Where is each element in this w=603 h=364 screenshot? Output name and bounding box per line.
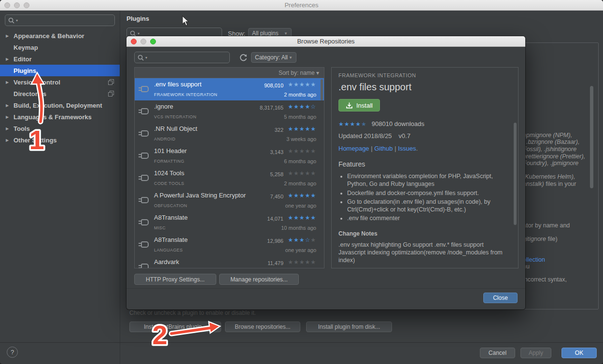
plugin-downloads: 11,479 xyxy=(267,260,283,266)
plugin-downloads: 12,986 xyxy=(267,238,283,244)
expand-arrow-icon: ▶ xyxy=(6,34,14,38)
sidebar-search[interactable]: ▾ xyxy=(5,14,115,26)
browse-repositories-button[interactable]: Browse repositories... xyxy=(225,322,300,332)
plugin-icon xyxy=(141,108,149,114)
plugins-hint-text: Check or uncheck a plugin to enable or d… xyxy=(129,309,256,316)
search-options-caret-icon[interactable]: ▾ xyxy=(16,18,18,23)
plugin-category: OBFUSCATION xyxy=(154,203,187,208)
plugin-list-item[interactable]: 101 HeaderFORMATTING3,143★★★★★6 months a… xyxy=(135,145,324,167)
plugin-category: FORMATTING xyxy=(154,159,184,164)
plugin-downloads: 908,010 xyxy=(264,83,283,88)
plugin-downloads: 3,143 xyxy=(270,149,283,155)
link-separator: | xyxy=(393,145,398,152)
feature-item: Go to declaration(in .env file) and usag… xyxy=(347,198,511,214)
sidebar-item-plugins[interactable]: Plugins xyxy=(0,65,120,76)
sidebar-item-build-execution-deployment[interactable]: ▶Build, Execution, Deployment xyxy=(0,99,120,111)
minimize-window-icon[interactable] xyxy=(140,39,146,44)
detail-scrollbar[interactable] xyxy=(514,123,517,225)
repository-search-input[interactable] xyxy=(149,54,226,61)
background-text-fragment[interactable]: ollection xyxy=(523,256,545,263)
detail-link-homepage[interactable]: Homepage xyxy=(338,145,369,152)
http-proxy-settings-button[interactable]: HTTP Proxy Settings... xyxy=(134,274,216,285)
zoom-window-icon[interactable] xyxy=(150,39,156,44)
plugin-list-item[interactable]: A8TranslateLANGUAGES12,986★★★☆★one year … xyxy=(135,234,324,256)
detail-link-issues[interactable]: Issues xyxy=(398,145,416,152)
plugin-icon xyxy=(141,219,149,225)
plugin-list-item[interactable]: .env files supportFRAMEWORK INTEGRATION9… xyxy=(135,78,324,100)
plugin-list-item[interactable]: 1024 ToolsCODE TOOLS5,258★★★★★2 months a… xyxy=(135,167,324,189)
background-text-fragment: incorrect syntax, xyxy=(523,276,567,283)
description-scrollbar[interactable] xyxy=(590,86,593,188)
search-options-caret-icon[interactable]: ▾ xyxy=(145,56,147,60)
sidebar-item-version-control[interactable]: ▶Version Control xyxy=(0,76,120,88)
manage-repositories-button[interactable]: Manage repositories... xyxy=(219,274,299,285)
expand-arrow-icon: ▶ xyxy=(6,126,14,131)
plugin-category: FRAMEWORK INTEGRATION xyxy=(154,92,217,97)
plugin-name: .ignore xyxy=(154,103,173,110)
detail-plugin-name: .env files support xyxy=(338,82,511,93)
settings-sidebar: ▾ ▶Appearance & BehaviorKeymap▶EditorPlu… xyxy=(0,11,120,364)
chevron-down-icon: ▼ xyxy=(289,56,293,60)
background-text-fragment: npmignore (NPM), xyxy=(523,132,572,139)
list-scrollbar[interactable] xyxy=(321,79,323,100)
sidebar-search-input[interactable] xyxy=(19,17,112,24)
plugin-updated-date: one year ago xyxy=(285,247,316,253)
browse-repositories-dialog: Browse Repositories ▾ Category: All ▼ So… xyxy=(126,36,525,309)
install-jetbrains-plugin-button[interactable]: Install JetBrains plugin... xyxy=(129,322,221,332)
plugin-icon xyxy=(141,153,149,159)
apply-button[interactable]: Apply xyxy=(520,348,551,358)
feature-item: Dockerfile and docker-compose.yml files … xyxy=(347,189,511,197)
plugins-search-input[interactable] xyxy=(141,30,219,37)
sort-header[interactable]: Sort by: name ▾ xyxy=(135,68,324,78)
plugin-list-item[interactable]: .ignoreVCS INTEGRATION8,317,165★★★★☆5 mo… xyxy=(135,100,324,123)
plugin-name: A8Translate xyxy=(154,236,188,243)
plugin-list-item[interactable]: A8TranslateMISC14,071★★★★★10 months ago xyxy=(135,211,324,234)
plugin-name: A8Translate xyxy=(154,214,188,221)
sidebar-item-other-settings[interactable]: ▶Other Settings xyxy=(0,134,120,146)
plugin-name: 1024 Tools xyxy=(154,169,184,177)
star-rating: ★★★★★ xyxy=(338,121,367,127)
detail-version: v0.7 xyxy=(399,132,411,140)
expand-arrow-icon: ▶ xyxy=(6,57,14,61)
feature-item: Environment variables completion for PHP… xyxy=(347,172,511,188)
plugin-downloads: 5,258 xyxy=(270,171,283,177)
minimize-window-icon[interactable] xyxy=(14,2,20,8)
plugin-updated-date: 5 months ago xyxy=(284,114,316,120)
sidebar-item-tools[interactable]: ▶Tools xyxy=(0,123,120,134)
background-text-fragment: Fossil), .jshintignore xyxy=(523,146,576,153)
category-dropdown[interactable]: Category: All ▼ xyxy=(251,52,296,63)
search-icon xyxy=(138,55,144,61)
close-window-icon[interactable] xyxy=(4,2,10,8)
plugin-icon xyxy=(141,130,149,137)
close-button[interactable]: Close xyxy=(483,293,518,303)
refresh-icon[interactable] xyxy=(238,53,248,62)
help-button[interactable]: ? xyxy=(7,347,18,358)
sidebar-item-directories[interactable]: Directories xyxy=(0,88,120,99)
search-options-caret-icon[interactable]: ▾ xyxy=(138,31,140,36)
cancel-button[interactable]: Cancel xyxy=(480,348,515,358)
detail-updated: Updated 2018/8/25 v0.7 xyxy=(338,132,511,140)
install-plugin-from-disk-button[interactable]: Install plugin from disk... xyxy=(306,322,392,332)
plugin-list-item[interactable]: .NR Null ObjectANDROID322★★★★★3 weeks ag… xyxy=(135,123,324,145)
ok-button[interactable]: OK xyxy=(561,348,597,358)
plugin-list: Sort by: name ▾ .env files supportFRAMEW… xyxy=(134,67,324,268)
sidebar-item-editor[interactable]: ▶Editor xyxy=(0,53,120,65)
zoom-window-icon[interactable] xyxy=(24,2,29,8)
sidebar-item-label: Plugins xyxy=(14,67,36,74)
plugin-category: VCS INTEGRATION xyxy=(154,114,196,119)
detail-link-github[interactable]: Github xyxy=(374,145,393,152)
sidebar-item-appearance-behavior[interactable]: ▶Appearance & Behavior xyxy=(0,30,120,42)
close-window-icon[interactable] xyxy=(131,39,137,44)
plugin-list-item[interactable]: AardvarkBUILD11,479★★★★★ xyxy=(135,256,324,268)
sidebar-item-label: Keymap xyxy=(14,44,38,51)
plugin-icon xyxy=(141,175,149,181)
plugin-list-item[interactable]: A Powerful Java String EncryptorOBFUSCAT… xyxy=(135,189,324,211)
sidebar-item-keymap[interactable]: Keymap xyxy=(0,42,120,53)
star-rating: ★★★★★ xyxy=(288,214,316,221)
repository-search[interactable]: ▾ xyxy=(134,52,230,63)
plugin-updated-date: 2 months ago xyxy=(284,92,316,98)
footer-divider xyxy=(0,342,603,343)
install-button[interactable]: Install xyxy=(338,99,380,112)
dialog-window-controls xyxy=(131,39,156,44)
sidebar-item-languages-frameworks[interactable]: ▶Languages & Frameworks xyxy=(0,111,120,123)
